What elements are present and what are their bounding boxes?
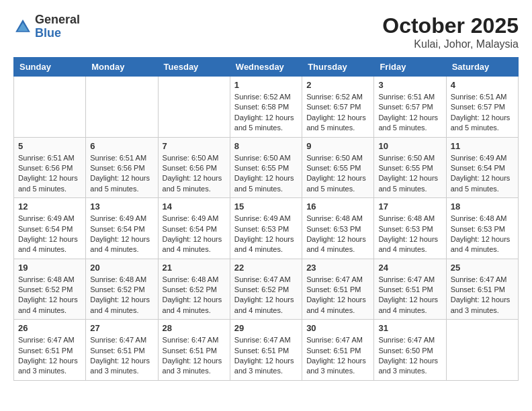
calendar-cell <box>14 77 86 138</box>
day-number: 20 <box>90 263 153 273</box>
calendar-cell <box>158 77 230 138</box>
day-number: 1 <box>234 80 298 90</box>
day-number: 22 <box>234 263 298 273</box>
calendar-header-row: SundayMondayTuesdayWednesdayThursdayFrid… <box>14 58 519 77</box>
cell-info: Sunrise: 6:48 AM Sunset: 6:53 PM Dayligh… <box>451 214 514 255</box>
page-header: General Blue October 2025 Kulai, Johor, … <box>13 13 519 50</box>
location-title: Kulai, Johor, Malaysia <box>382 38 519 50</box>
day-number: 15 <box>234 201 298 212</box>
cell-info: Sunrise: 6:47 AM Sunset: 6:51 PM Dayligh… <box>306 335 369 377</box>
cell-info: Sunrise: 6:48 AM Sunset: 6:52 PM Dayligh… <box>90 275 153 316</box>
calendar-cell: 10Sunrise: 6:50 AM Sunset: 6:55 PM Dayli… <box>374 137 446 198</box>
day-number: 7 <box>163 141 226 151</box>
cell-info: Sunrise: 6:48 AM Sunset: 6:53 PM Dayligh… <box>378 214 441 255</box>
calendar-day-header: Thursday <box>302 58 374 77</box>
calendar-week-row: 19Sunrise: 6:48 AM Sunset: 6:52 PM Dayli… <box>14 259 519 320</box>
cell-info: Sunrise: 6:47 AM Sunset: 6:51 PM Dayligh… <box>451 275 514 316</box>
calendar-cell: 17Sunrise: 6:48 AM Sunset: 6:53 PM Dayli… <box>374 198 446 259</box>
day-number: 4 <box>451 80 514 90</box>
cell-info: Sunrise: 6:47 AM Sunset: 6:51 PM Dayligh… <box>306 275 369 316</box>
cell-info: Sunrise: 6:48 AM Sunset: 6:53 PM Dayligh… <box>306 214 369 255</box>
calendar-cell: 26Sunrise: 6:47 AM Sunset: 6:51 PM Dayli… <box>14 320 86 381</box>
calendar-cell: 16Sunrise: 6:48 AM Sunset: 6:53 PM Dayli… <box>302 198 374 259</box>
cell-info: Sunrise: 6:47 AM Sunset: 6:50 PM Dayligh… <box>378 335 441 377</box>
cell-info: Sunrise: 6:49 AM Sunset: 6:54 PM Dayligh… <box>451 153 514 195</box>
calendar-cell: 24Sunrise: 6:47 AM Sunset: 6:51 PM Dayli… <box>374 259 446 320</box>
day-number: 9 <box>306 141 369 151</box>
cell-info: Sunrise: 6:52 AM Sunset: 6:57 PM Dayligh… <box>306 92 369 134</box>
cell-info: Sunrise: 6:51 AM Sunset: 6:56 PM Dayligh… <box>90 153 153 195</box>
calendar-table: SundayMondayTuesdayWednesdayThursdayFrid… <box>13 57 519 381</box>
day-number: 28 <box>163 323 226 333</box>
month-title: October 2025 <box>382 13 519 38</box>
cell-info: Sunrise: 6:50 AM Sunset: 6:56 PM Dayligh… <box>163 153 226 195</box>
calendar-cell: 19Sunrise: 6:48 AM Sunset: 6:52 PM Dayli… <box>14 259 86 320</box>
calendar-cell: 25Sunrise: 6:47 AM Sunset: 6:51 PM Dayli… <box>446 259 518 320</box>
cell-info: Sunrise: 6:47 AM Sunset: 6:51 PM Dayligh… <box>378 275 441 316</box>
calendar-cell: 21Sunrise: 6:48 AM Sunset: 6:52 PM Dayli… <box>158 259 230 320</box>
cell-info: Sunrise: 6:47 AM Sunset: 6:51 PM Dayligh… <box>234 335 298 377</box>
calendar-day-header: Saturday <box>446 58 518 77</box>
day-number: 30 <box>306 323 369 333</box>
day-number: 5 <box>18 141 81 151</box>
cell-info: Sunrise: 6:49 AM Sunset: 6:54 PM Dayligh… <box>90 214 153 255</box>
day-number: 19 <box>18 263 81 273</box>
day-number: 27 <box>90 323 153 333</box>
calendar-week-row: 1Sunrise: 6:52 AM Sunset: 6:58 PM Daylig… <box>14 77 519 138</box>
calendar-cell <box>86 77 158 138</box>
day-number: 25 <box>451 263 514 273</box>
calendar-cell: 22Sunrise: 6:47 AM Sunset: 6:52 PM Dayli… <box>230 259 302 320</box>
day-number: 13 <box>90 201 153 212</box>
cell-info: Sunrise: 6:49 AM Sunset: 6:54 PM Dayligh… <box>163 214 226 255</box>
calendar-cell: 4Sunrise: 6:51 AM Sunset: 6:57 PM Daylig… <box>446 77 518 138</box>
calendar-cell: 30Sunrise: 6:47 AM Sunset: 6:51 PM Dayli… <box>302 320 374 381</box>
day-number: 2 <box>306 80 369 90</box>
calendar-cell: 14Sunrise: 6:49 AM Sunset: 6:54 PM Dayli… <box>158 198 230 259</box>
calendar-cell: 13Sunrise: 6:49 AM Sunset: 6:54 PM Dayli… <box>86 198 158 259</box>
calendar-cell: 11Sunrise: 6:49 AM Sunset: 6:54 PM Dayli… <box>446 137 518 198</box>
logo-text: General Blue <box>35 13 80 40</box>
day-number: 16 <box>306 201 369 212</box>
calendar-cell: 6Sunrise: 6:51 AM Sunset: 6:56 PM Daylig… <box>86 137 158 198</box>
calendar-cell: 18Sunrise: 6:48 AM Sunset: 6:53 PM Dayli… <box>446 198 518 259</box>
calendar-day-header: Monday <box>86 58 158 77</box>
calendar-day-header: Tuesday <box>158 58 230 77</box>
cell-info: Sunrise: 6:49 AM Sunset: 6:53 PM Dayligh… <box>234 214 298 255</box>
cell-info: Sunrise: 6:51 AM Sunset: 6:56 PM Dayligh… <box>18 153 81 195</box>
logo-blue-text: Blue <box>35 26 61 40</box>
calendar-day-header: Friday <box>374 58 446 77</box>
day-number: 17 <box>378 201 441 212</box>
calendar-cell: 1Sunrise: 6:52 AM Sunset: 6:58 PM Daylig… <box>230 77 302 138</box>
calendar-cell: 9Sunrise: 6:50 AM Sunset: 6:55 PM Daylig… <box>302 137 374 198</box>
calendar-cell: 20Sunrise: 6:48 AM Sunset: 6:52 PM Dayli… <box>86 259 158 320</box>
calendar-cell: 5Sunrise: 6:51 AM Sunset: 6:56 PM Daylig… <box>14 137 86 198</box>
cell-info: Sunrise: 6:48 AM Sunset: 6:52 PM Dayligh… <box>163 275 226 316</box>
cell-info: Sunrise: 6:47 AM Sunset: 6:51 PM Dayligh… <box>18 335 81 377</box>
calendar-cell: 7Sunrise: 6:50 AM Sunset: 6:56 PM Daylig… <box>158 137 230 198</box>
cell-info: Sunrise: 6:50 AM Sunset: 6:55 PM Dayligh… <box>306 153 369 195</box>
cell-info: Sunrise: 6:51 AM Sunset: 6:57 PM Dayligh… <box>378 92 441 134</box>
day-number: 26 <box>18 323 81 333</box>
day-number: 12 <box>18 201 81 212</box>
calendar-cell: 27Sunrise: 6:47 AM Sunset: 6:51 PM Dayli… <box>86 320 158 381</box>
day-number: 6 <box>90 141 153 151</box>
cell-info: Sunrise: 6:47 AM Sunset: 6:52 PM Dayligh… <box>234 275 298 316</box>
cell-info: Sunrise: 6:51 AM Sunset: 6:57 PM Dayligh… <box>451 92 514 134</box>
day-number: 11 <box>451 141 514 151</box>
day-number: 18 <box>451 201 514 212</box>
calendar-cell: 23Sunrise: 6:47 AM Sunset: 6:51 PM Dayli… <box>302 259 374 320</box>
calendar-cell: 8Sunrise: 6:50 AM Sunset: 6:55 PM Daylig… <box>230 137 302 198</box>
calendar-cell: 12Sunrise: 6:49 AM Sunset: 6:54 PM Dayli… <box>14 198 86 259</box>
calendar-cell: 28Sunrise: 6:47 AM Sunset: 6:51 PM Dayli… <box>158 320 230 381</box>
calendar-week-row: 5Sunrise: 6:51 AM Sunset: 6:56 PM Daylig… <box>14 137 519 198</box>
calendar-day-header: Wednesday <box>230 58 302 77</box>
calendar-week-row: 12Sunrise: 6:49 AM Sunset: 6:54 PM Dayli… <box>14 198 519 259</box>
calendar-cell: 31Sunrise: 6:47 AM Sunset: 6:50 PM Dayli… <box>374 320 446 381</box>
day-number: 24 <box>378 263 441 273</box>
logo: General Blue <box>13 13 80 40</box>
cell-info: Sunrise: 6:47 AM Sunset: 6:51 PM Dayligh… <box>163 335 226 377</box>
calendar-cell <box>446 320 518 381</box>
day-number: 23 <box>306 263 369 273</box>
day-number: 10 <box>378 141 441 151</box>
cell-info: Sunrise: 6:52 AM Sunset: 6:58 PM Dayligh… <box>234 92 298 134</box>
